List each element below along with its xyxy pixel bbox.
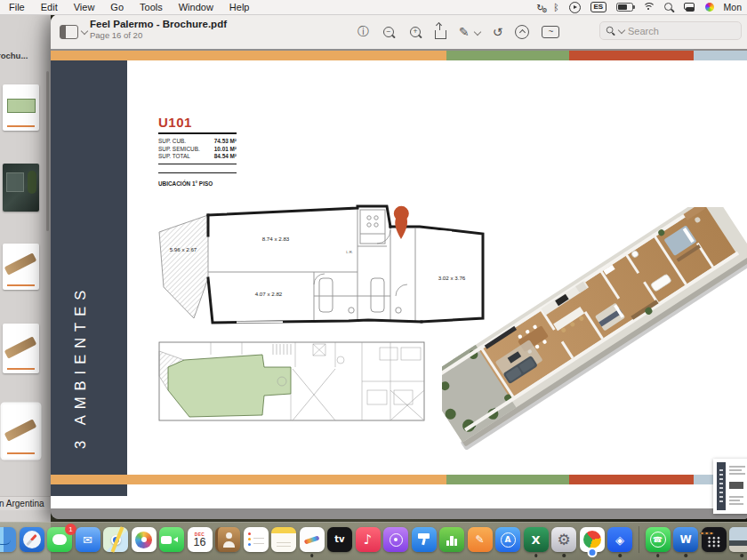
search-placeholder: Search [628, 26, 659, 36]
screen: File Edit View Go Tools Window Help ↻⚙ ᛒ… [0, 0, 747, 560]
menu-view[interactable]: View [74, 2, 95, 12]
search-field[interactable]: Search [599, 21, 742, 40]
thumbnail-render [4, 252, 37, 275]
dock-reminders-icon[interactable] [244, 527, 269, 552]
logo-vertical-band [717, 462, 726, 510]
dock-keynote-icon[interactable] [412, 527, 437, 552]
menu-file[interactable]: File [9, 2, 25, 12]
bluetooth-icon[interactable]: ᛒ [554, 2, 559, 12]
stripe-orange [51, 51, 446, 60]
side-label: 3 AMBIENTES [72, 248, 102, 449]
dock-excel-icon[interactable]: X [524, 527, 549, 552]
dock-safari-icon[interactable] [20, 527, 44, 552]
balcony-area [159, 215, 208, 318]
toolbar: Feel Palermo - Brochure.pdf Page 16 of 2… [51, 14, 747, 50]
floor-plan-2d: 5.96 x 2.67 8.74 x 2.83 4.07 x 2.82 3.02… [157, 200, 488, 330]
stripe-red [569, 51, 694, 60]
page-thumbnail-selected[interactable] [3, 404, 39, 458]
dock-music-icon[interactable]: ♪ [356, 527, 381, 552]
developer-logo-box [713, 459, 747, 514]
input-source-badge[interactable]: ES [590, 2, 606, 12]
dock-word-icon[interactable]: W [673, 527, 698, 552]
search-chevron-icon [618, 26, 625, 33]
pdf-page: 3 AMBIENTES U101 SUP. CUB.74.53 M² SUP. … [51, 51, 747, 508]
window-title: Feel Palermo - Brochure.pdf [90, 19, 227, 29]
page-indicator: Page 16 of 20 [90, 30, 227, 40]
spec-row: SUP. SEMICUB.10.01 M² [158, 146, 237, 154]
info-icon[interactable]: ⓘ [357, 26, 369, 37]
dock-finder-icon[interactable] [0, 527, 16, 552]
background-window-footer: n Argentina [0, 496, 51, 510]
chevron-down-icon[interactable] [81, 28, 88, 35]
control-center-icon[interactable] [684, 3, 695, 12]
dock-screenshot-icon[interactable] [729, 527, 747, 552]
dock-pages-icon[interactable]: ✎ [468, 527, 493, 552]
menu-go[interactable]: Go [110, 2, 124, 12]
dock-contacts-icon[interactable] [215, 527, 240, 552]
thumbnail-render [4, 336, 37, 358]
battery-icon[interactable] [616, 3, 633, 12]
stripe-blue [694, 51, 747, 60]
share-icon[interactable] [435, 30, 446, 39]
logo-detail [726, 459, 747, 514]
balcony-dimension: 5.96 x 2.67 [170, 246, 197, 252]
spec-row: SUP. CUB.74.53 M² [158, 138, 237, 146]
dock-whatsapp-icon[interactable]: ☎ [646, 527, 671, 552]
lr-label: L.R. [346, 250, 353, 254]
dock-podcasts-icon[interactable] [383, 527, 408, 552]
sync-icon[interactable]: ↻⚙ [536, 3, 543, 12]
page-thumbnail[interactable] [3, 84, 39, 131]
menu-edit[interactable]: Edit [41, 2, 58, 12]
menu-tools[interactable]: Tools [140, 2, 163, 12]
menu-items: File Edit View Go Tools Window Help [0, 2, 249, 12]
dock-maps-icon[interactable] [103, 527, 128, 552]
search-icon [606, 27, 614, 35]
dock-calendar-icon[interactable]: DEC16 [188, 527, 213, 552]
stripe-orange [51, 475, 446, 484]
dock-calculator-icon[interactable] [702, 527, 727, 552]
rotate-icon[interactable]: ↺ [493, 26, 503, 38]
dock-mail-icon[interactable]: ✉ [76, 527, 100, 552]
dock-chrome-icon[interactable] [580, 527, 605, 552]
bedroom-dimension: 4.07 x 2.82 [255, 291, 283, 297]
play-icon[interactable] [569, 2, 581, 13]
signature-icon[interactable]: ~ [542, 26, 559, 38]
dock-settings-icon[interactable]: ⚙ [551, 527, 576, 552]
page-thumbnail[interactable] [3, 244, 39, 290]
dock-appstore-icon[interactable]: A [495, 527, 520, 552]
stripe-green [446, 475, 569, 484]
background-window: rochu... n Argentina [0, 14, 51, 560]
page-thumbnail[interactable] [3, 324, 39, 373]
page-thumbnail[interactable] [3, 164, 39, 212]
menu-status: ↻⚙ ᛒ ES Mon [536, 2, 747, 13]
dock-notes-icon[interactable] [271, 527, 296, 552]
dock-tv-icon[interactable]: tv [327, 527, 352, 552]
menu-window[interactable]: Window [179, 2, 213, 12]
wifi-icon[interactable] [643, 3, 655, 12]
clock-day[interactable]: Mon [724, 2, 742, 12]
menu-help[interactable]: Help [229, 2, 250, 12]
zoom-in-icon[interactable]: + [408, 25, 422, 39]
markup-chevron-icon[interactable] [473, 28, 480, 35]
sidebar-scrollbar[interactable] [46, 71, 50, 231]
zoom-out-icon[interactable]: − [382, 25, 396, 39]
spotlight-icon[interactable] [664, 3, 674, 12]
unit-title: U101 [158, 115, 237, 130]
siri-icon[interactable] [705, 3, 714, 12]
window-title-block: Feel Palermo - Brochure.pdf Page 16 of 2… [90, 19, 227, 40]
dock-messages-icon[interactable]: 1 [47, 527, 72, 552]
building-plan [157, 337, 430, 428]
sidebar-toggle-icon[interactable] [60, 25, 78, 39]
preview-window: Feel Palermo - Brochure.pdf Page 16 of 2… [51, 14, 747, 519]
render-3d [442, 207, 747, 456]
unit-spec-block: U101 SUP. CUB.74.53 M² SUP. SEMICUB.10.0… [158, 115, 237, 187]
dock-numbers-icon[interactable] [439, 527, 464, 552]
dock-photos-icon[interactable] [132, 527, 157, 552]
markup-pen-icon[interactable]: ✎ [459, 26, 470, 38]
thumbnail-render [4, 419, 37, 441]
background-window-title: rochu... [0, 51, 47, 60]
annotate-icon[interactable] [515, 25, 529, 39]
dock-dropbox-icon[interactable]: ◈ [607, 527, 632, 552]
dock-facetime-icon[interactable] [159, 527, 184, 552]
dock-freeform-icon[interactable] [300, 527, 325, 552]
